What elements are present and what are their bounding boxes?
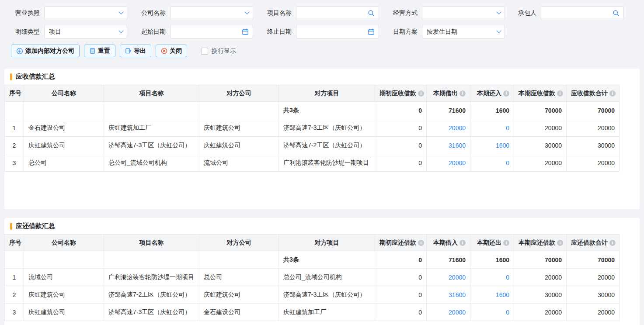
receivable-section-title: 应收借款汇总 xyxy=(4,69,640,85)
amount-link[interactable]: 31600 xyxy=(449,142,466,149)
amount-link[interactable]: 20000 xyxy=(449,159,466,166)
table-row: 3 庆虹建筑公司 济邹高速7-3工区（庆虹公司） 金石建设公司 庆虹建筑加工厂 … xyxy=(5,304,620,321)
amount-link[interactable]: 0 xyxy=(506,309,509,316)
business-license-label: 营业执照 xyxy=(11,9,40,17)
col-project: 项目名称 xyxy=(104,85,199,102)
col-total: 应还借款合计 xyxy=(567,235,620,251)
search-icon xyxy=(368,10,375,17)
filter-detail-type: 明细类型 项目 xyxy=(11,25,127,39)
col-project: 项目名称 xyxy=(104,235,199,251)
info-icon[interactable] xyxy=(460,90,466,97)
filter-row-1: 营业执照 公司名称 项目名称 经营方式 xyxy=(11,6,640,20)
date-scheme-value: 按发生日期 xyxy=(427,28,497,36)
end-date-input-wrap[interactable] xyxy=(296,25,379,39)
plus-circle-icon xyxy=(16,48,23,55)
payable-section-title: 应还借款汇总 xyxy=(4,218,640,234)
info-icon[interactable] xyxy=(418,90,424,97)
toolbar: 添加内部对方公司 重置 导出 关闭 换行显示 xyxy=(0,44,644,57)
col-flow1: 本期借入 xyxy=(427,235,470,251)
info-icon[interactable] xyxy=(418,240,424,246)
amount-link[interactable]: 20000 xyxy=(449,124,466,131)
section-marker-icon xyxy=(10,73,12,80)
filter-operation-mode: 经营方式 xyxy=(389,6,505,20)
end-date-input[interactable] xyxy=(301,26,368,38)
col-current: 本期应还借款 xyxy=(514,235,567,251)
col-counter-project: 对方项目 xyxy=(279,85,375,102)
date-scheme-select[interactable]: 按发生日期 xyxy=(422,25,505,39)
table-row: 1 金石建设公司 庆虹建筑加工厂 庆虹建筑公司 济邹高速7-3工区（庆虹公司） … xyxy=(5,119,620,137)
start-date-input-wrap[interactable] xyxy=(170,25,253,39)
info-icon[interactable] xyxy=(460,240,466,246)
col-current: 本期应收借款 xyxy=(514,85,567,102)
project-name-input[interactable] xyxy=(301,7,368,19)
info-icon[interactable] xyxy=(557,90,563,97)
close-button[interactable]: 关闭 xyxy=(156,45,187,57)
payable-header-row: 序号 公司名称 项目名称 对方公司 对方项目 期初应还借款 本期借入 本期还出 … xyxy=(5,235,620,251)
company-name-label: 公司名称 xyxy=(137,9,166,17)
contractor-input[interactable] xyxy=(546,7,613,19)
chevron-down-icon xyxy=(118,10,123,14)
operation-mode-select[interactable] xyxy=(422,6,505,20)
chevron-down-icon xyxy=(118,28,123,33)
company-name-select[interactable] xyxy=(170,6,253,20)
col-counter-company: 对方公司 xyxy=(199,85,279,102)
receivable-table: 序号 公司名称 项目名称 对方公司 对方项目 期初应收借款 本期借出 本期还入 … xyxy=(4,85,620,172)
reset-button[interactable]: 重置 xyxy=(84,45,115,57)
receivable-panel: 应收借款汇总 序号 公司名称 项目名称 对方公司 对方项目 期初应收借款 本期借… xyxy=(4,69,640,209)
table-row: 2 庆虹建筑公司 济邹高速7-2工区（庆虹公司） 庆虹建筑公司 济邹高速7-3工… xyxy=(5,286,620,304)
close-button-label: 关闭 xyxy=(170,47,182,55)
add-button-label: 添加内部对方公司 xyxy=(25,47,74,55)
checkbox-icon[interactable] xyxy=(201,48,208,55)
amount-link[interactable]: 20000 xyxy=(449,274,466,281)
filter-start-date: 起始日期 xyxy=(137,25,253,39)
table-row: 2 庆虹建筑公司 济邹高速7-3工区（庆虹公司） 庆虹建筑公司 济邹高速7-2工… xyxy=(5,137,620,154)
info-icon[interactable] xyxy=(503,240,509,246)
start-date-input[interactable] xyxy=(175,26,242,38)
amount-link[interactable]: 31600 xyxy=(449,291,466,298)
info-icon[interactable] xyxy=(609,240,616,246)
section-marker-icon xyxy=(10,223,12,230)
filter-contractor: 承包人 xyxy=(515,6,624,20)
amount-link[interactable]: 20000 xyxy=(449,309,466,316)
filter-business-license: 营业执照 xyxy=(11,6,127,20)
detail-type-value: 项目 xyxy=(49,28,119,36)
filter-end-date: 终止日期 xyxy=(263,25,379,39)
col-flow1: 本期借出 xyxy=(427,85,470,102)
amount-link[interactable]: 0 xyxy=(506,274,509,281)
detail-type-select[interactable]: 项目 xyxy=(44,25,127,39)
add-internal-counterparty-button[interactable]: 添加内部对方公司 xyxy=(11,45,80,57)
export-button[interactable]: 导出 xyxy=(120,45,151,57)
record-count: 共3条 xyxy=(279,102,375,119)
col-flow2: 本期还入 xyxy=(470,85,514,102)
detail-type-label: 明细类型 xyxy=(11,28,40,36)
end-date-label: 终止日期 xyxy=(263,28,292,36)
reset-button-label: 重置 xyxy=(98,47,110,55)
project-name-input-wrap[interactable] xyxy=(296,6,379,20)
amount-link[interactable]: 0 xyxy=(506,159,509,166)
payable-summary-row: 共3条 0 71600 1600 70000 70000 xyxy=(5,251,620,269)
wrap-display-label: 换行显示 xyxy=(212,47,236,55)
info-icon[interactable] xyxy=(557,240,563,246)
amount-link[interactable]: 0 xyxy=(506,124,509,131)
contractor-input-wrap[interactable] xyxy=(541,6,624,20)
chevron-down-icon xyxy=(496,28,501,33)
project-name-label: 项目名称 xyxy=(263,9,292,17)
amount-link[interactable]: 1600 xyxy=(496,142,509,149)
info-icon[interactable] xyxy=(503,90,509,97)
wrap-display-checkbox[interactable]: 换行显示 xyxy=(201,47,236,55)
amount-link[interactable]: 1600 xyxy=(496,291,509,298)
operation-mode-label: 经营方式 xyxy=(389,9,418,17)
receivable-header-row: 序号 公司名称 项目名称 对方公司 对方项目 期初应收借款 本期借出 本期还入 … xyxy=(5,85,620,102)
export-button-label: 导出 xyxy=(134,47,146,55)
col-opening: 期初应收借款 xyxy=(375,85,427,102)
col-counter-project: 对方项目 xyxy=(279,235,375,251)
chevron-down-icon xyxy=(244,10,249,14)
filter-date-scheme: 日期方案 按发生日期 xyxy=(389,25,505,39)
filter-row-2: 明细类型 项目 起始日期 终止日期 xyxy=(11,25,640,39)
business-license-select[interactable] xyxy=(44,6,127,20)
info-icon[interactable] xyxy=(609,90,616,97)
chevron-down-icon xyxy=(496,10,501,14)
col-company: 公司名称 xyxy=(24,85,104,102)
filter-panel: 营业执照 公司名称 项目名称 经营方式 xyxy=(0,0,644,39)
table-row: 3 总公司 总公司_流域公司机构 流域公司 广利港滚装客轮防沙堤一期项目 0 2… xyxy=(5,154,620,172)
